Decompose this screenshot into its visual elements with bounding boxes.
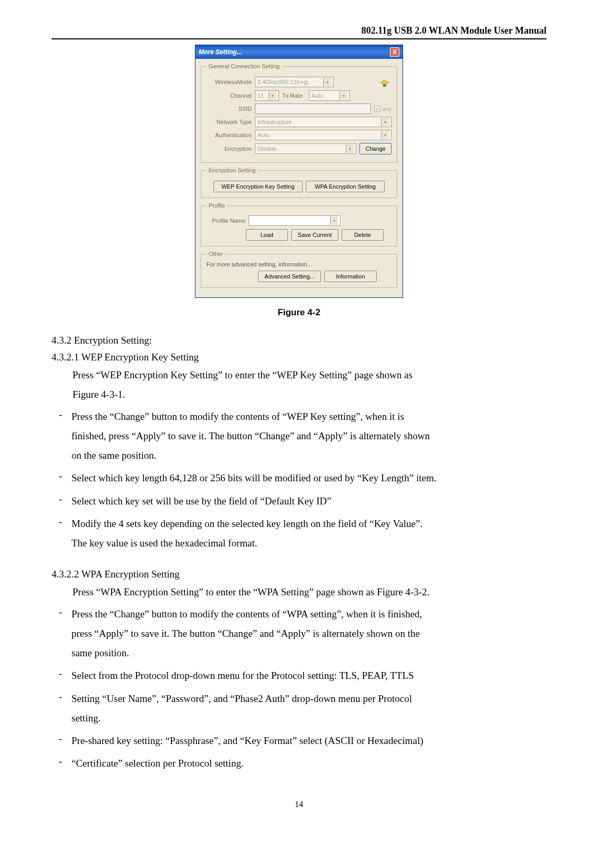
svg-rect-0: [383, 84, 386, 87]
networktype-select[interactable]: Infrastructure ▾: [255, 117, 391, 127]
bullet-dash: -: [51, 730, 71, 751]
wep-bullet1-l1: Press the “Change” button to modify the …: [71, 408, 547, 425]
profilename-select[interactable]: ▾: [249, 215, 341, 226]
wirelessmode-label: WirelessMode: [207, 79, 255, 85]
section-4-3-2-1: 4.3.2.1 WEP Encryption Key Setting: [51, 352, 547, 363]
txrate-label: Tx Rate: [282, 92, 306, 99]
wpa-bullet1-l3: same position.: [71, 644, 547, 662]
general-connection-legend: General Connection Setting: [207, 63, 282, 69]
more-setting-dialog: More Setting... X General Connection Set…: [195, 45, 403, 298]
chevron-down-icon: ▾: [269, 91, 276, 100]
wpa-bullet1-l2: press “Apply” to save it. The button “Ch…: [71, 625, 547, 642]
channel-value: 11: [257, 92, 264, 99]
bullet-dash: -: [51, 752, 71, 774]
bullet-dash: -: [51, 603, 71, 664]
wpa-bullet5: “Certificate” selection per Protocol set…: [71, 755, 547, 772]
wirelessmode-select[interactable]: 2.4GHz(802.11b+g) ▾: [255, 77, 334, 87]
advanced-setting-button[interactable]: Advanced Setting...: [258, 271, 321, 282]
wep-bullet1-l3: on the same position.: [71, 447, 547, 464]
any-checkbox[interactable]: ✓ any: [374, 106, 391, 112]
encryption-value: Disable: [257, 146, 277, 152]
wpa-bullet2: Select from the Protocol drop-down menu …: [71, 667, 547, 684]
wpa-bullet3-l1: Setting “User Name”, “Password”, and “Ph…: [71, 690, 547, 707]
profile-legend: Profile: [207, 202, 227, 209]
section-4-3-2-2: 4.3.2.2 WPA Encryption Setting: [51, 569, 547, 580]
wpa-intro: Press “WPA Encryption Setting” to enter …: [51, 583, 547, 601]
auth-value: Auto: [257, 132, 270, 138]
profilename-label: Profile Name: [207, 218, 249, 224]
networktype-label: Network Type: [207, 119, 255, 125]
load-button[interactable]: Load: [246, 229, 288, 241]
wep-bullet4-l1: Modify the 4 sets key depending on the s…: [71, 515, 547, 532]
chevron-down-icon: ▾: [381, 131, 389, 139]
txrate-value: Auto: [312, 92, 324, 99]
wep-bullet2: Select which key length 64,128 or 256 bi…: [71, 469, 547, 487]
wpa-setting-button[interactable]: WPA Encryption Setting: [306, 181, 385, 192]
check-icon: ✓: [374, 106, 380, 112]
delete-button[interactable]: Delete: [342, 229, 384, 241]
save-current-button[interactable]: Save Current: [291, 229, 338, 241]
channel-select[interactable]: 11 ▾: [255, 90, 279, 101]
bullet-dash: -: [51, 490, 71, 512]
wep-bullet4-l2: The key value is used the hexadecimal fo…: [71, 534, 547, 552]
auth-select[interactable]: Auto ▾: [255, 130, 391, 140]
wirelessmode-value: 2.4GHz(802.11b+g): [257, 79, 308, 85]
section-4-3-2: 4.3.2 Encryption Setting:: [51, 335, 547, 346]
chevron-down-icon: ▾: [339, 91, 347, 100]
bullet-dash: -: [51, 406, 71, 467]
other-group: Other For more advanced setting, informa…: [201, 251, 397, 288]
wep-bullet3: Select which key set will be use by the …: [71, 492, 547, 510]
chevron-down-icon: ▾: [346, 144, 354, 153]
encryption-setting-legend: Encryption Setting: [207, 167, 257, 173]
chevron-down-icon: ▾: [381, 118, 389, 126]
bullet-dash: -: [51, 513, 71, 554]
other-note: For more advanced setting, information..…: [207, 261, 391, 267]
wep-intro-line2: Figure 4-3-1.: [51, 386, 547, 403]
bullet-dash: -: [51, 467, 71, 489]
ssid-label: SSID: [207, 106, 255, 112]
networktype-value: Infrastructure: [257, 119, 292, 125]
dialog-titlebar: More Setting... X: [195, 45, 403, 59]
wireless-signal-icon: [378, 76, 391, 88]
dialog-title: More Setting...: [199, 48, 242, 56]
encryption-setting-group: Encryption Setting WEP Encryption Key Se…: [201, 167, 397, 198]
bullet-dash: -: [51, 688, 71, 729]
txrate-select[interactable]: Auto ▾: [309, 90, 350, 101]
information-button[interactable]: Information: [324, 271, 377, 282]
page-header: 802.11g USB 2.0 WLAN Module User Manual: [51, 25, 547, 39]
figure-caption: Figure 4-2: [51, 307, 547, 318]
channel-label: Channel: [207, 92, 255, 99]
other-legend: Other: [207, 251, 225, 257]
wep-intro-line1: Press “WEP Encryption Key Setting” to en…: [51, 366, 547, 384]
wpa-bullet3-l2: setting.: [71, 709, 547, 727]
profile-group: Profile Profile Name ▾ Load Save Current: [201, 202, 397, 246]
encryption-select[interactable]: Disable ▾: [255, 143, 356, 154]
wpa-bullet1-l1: Press the “Change” button to modify the …: [71, 605, 547, 623]
general-connection-group: General Connection Setting WirelessMode …: [201, 63, 397, 163]
wep-key-setting-button[interactable]: WEP Encryption Key Setting: [213, 181, 303, 192]
encryption-label: Encryption: [207, 146, 255, 152]
auth-label: Authentication: [207, 132, 255, 138]
any-checkbox-label: any: [382, 106, 391, 112]
page-number: 14: [51, 800, 547, 809]
bullet-dash: -: [51, 665, 71, 686]
chevron-down-icon: ▾: [330, 216, 338, 225]
chevron-down-icon: ▾: [323, 78, 331, 86]
change-button[interactable]: Change: [359, 143, 391, 154]
close-icon[interactable]: X: [390, 47, 399, 57]
wpa-bullet4: Pre-shared key setting: “Passphrase”, an…: [71, 732, 547, 749]
ssid-input[interactable]: [255, 104, 371, 114]
wep-bullet1-l2: finished, press “Apply” to save it. The …: [71, 427, 547, 445]
